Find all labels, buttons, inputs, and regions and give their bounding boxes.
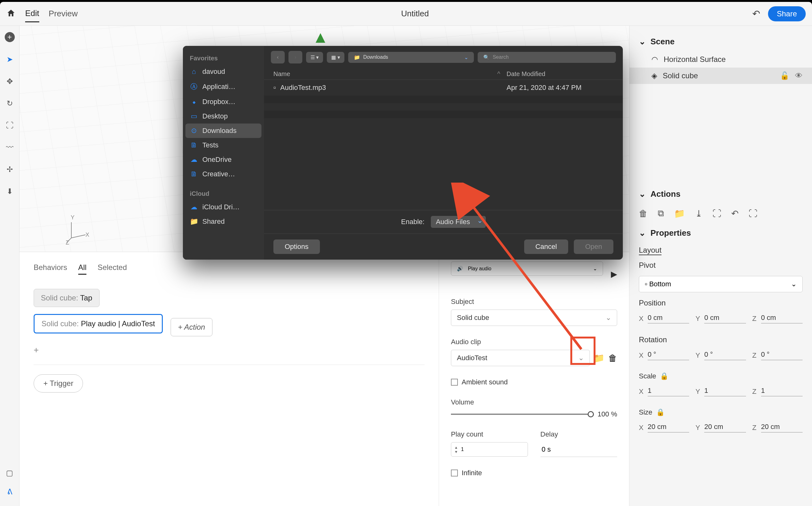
expand-icon[interactable]: ⛶ [748, 208, 757, 219]
sidebar-item-icloud-drive[interactable]: ☁iCloud Dri… [183, 200, 264, 214]
visibility-icon[interactable]: 👁 [795, 71, 803, 80]
archive-icon[interactable]: ▢ [5, 468, 14, 478]
scene-section-header[interactable]: ⌄ Scene [629, 32, 812, 51]
properties-section-header[interactable]: ⌄ Properties [629, 224, 812, 243]
sidebar-item-onedrive[interactable]: ☁OneDrive [183, 152, 264, 167]
behaviors-filter-all[interactable]: All [78, 263, 87, 275]
rotate-tool-icon[interactable]: ↻ [5, 99, 14, 108]
position-z-input[interactable]: 0 cm [761, 314, 803, 323]
sidebar-item-downloads[interactable]: ⊙Downloads [185, 123, 261, 138]
ambient-sound-checkbox[interactable]: Ambient sound [451, 378, 617, 386]
dialog-sidebar: Favorites ⌂davoud ⒶApplicati… ⬥Dropbox… … [183, 46, 264, 260]
rotation-label: Rotation [629, 332, 812, 347]
arrow-cross-icon[interactable]: ✢ [5, 165, 14, 174]
lock-icon[interactable]: 🔓 [780, 71, 789, 80]
column-name-header[interactable]: Name [273, 70, 498, 78]
size-z-input[interactable]: 20 cm [761, 423, 803, 432]
position-x-input[interactable]: 0 cm [648, 314, 689, 323]
back-button[interactable]: ‹ [271, 51, 285, 64]
search-icon: 🔍 [483, 54, 489, 60]
play-count-stepper[interactable]: ▴▾ 1 [451, 442, 528, 457]
scale-y-input[interactable]: 1 [704, 387, 746, 396]
sidebar-item-dropbox[interactable]: ⬥Dropbox… [183, 95, 264, 109]
rotation-x-input[interactable]: 0 ° [648, 350, 689, 360]
view-mode-grid[interactable]: ▦ ▾ [327, 52, 344, 63]
options-button[interactable]: Options [273, 240, 320, 254]
down-tool-icon[interactable]: ⬇ [5, 187, 14, 196]
chevron-down-icon: ⌄ [639, 189, 646, 199]
sidebar-item-applications[interactable]: ⒶApplicati… [183, 79, 264, 95]
view-mode-list[interactable]: ☰ ▾ [306, 52, 323, 63]
pivot-dropdown[interactable]: ▫ Bottom⌄ [639, 276, 803, 292]
infinite-checkbox[interactable]: Infinite [451, 469, 617, 477]
home-icon[interactable] [6, 8, 16, 19]
trigger-chip-tap[interactable]: Solid cube: Tap [33, 289, 100, 307]
rotation-y-input[interactable]: 0 ° [704, 350, 746, 360]
sidebar-item-desktop[interactable]: ▭Desktop [183, 109, 264, 123]
cube-icon: ◈ [651, 71, 657, 80]
reset-icon[interactable]: ↶ [731, 208, 738, 219]
enable-dropdown[interactable]: Audio Files [431, 216, 486, 228]
column-date-header[interactable]: Date Modified [507, 70, 613, 78]
action-type-dropdown[interactable]: 🔊 Play audio ⌄ [451, 261, 603, 276]
add-action-button[interactable]: + Action [171, 318, 212, 336]
share-button[interactable]: Share [768, 6, 806, 21]
position-y-input[interactable]: 0 cm [704, 314, 746, 323]
browse-folder-icon[interactable]: 📁 [594, 353, 605, 363]
layout-tab[interactable]: Layout [629, 243, 812, 258]
lock-icon[interactable]: 🔒 [656, 408, 664, 416]
forward-button[interactable]: › [288, 51, 302, 64]
delete-clip-icon[interactable]: 🗑 [608, 353, 617, 363]
path-dropdown[interactable]: 📁Downloads ⌄ [348, 52, 474, 63]
import-icon[interactable]: ⤓ [695, 208, 702, 219]
scene-item-surface[interactable]: ◠ Horizontal Surface [629, 51, 812, 68]
size-x-input[interactable]: 20 cm [648, 423, 689, 432]
scene-item-cube[interactable]: ◈ Solid cube 🔓 👁 [629, 68, 812, 84]
tab-preview[interactable]: Preview [49, 6, 78, 22]
scale-z-input[interactable]: 1 [761, 387, 803, 396]
sidebar-item-creative[interactable]: 🗎Creative… [183, 167, 264, 181]
delay-input[interactable]: 0 s [540, 442, 618, 457]
behaviors-filter-selected[interactable]: Selected [97, 263, 127, 275]
select-tool-icon[interactable]: ➤ [5, 55, 14, 64]
trash-icon[interactable]: 🗑 [639, 208, 648, 219]
cancel-button[interactable]: Cancel [524, 240, 568, 254]
sidebar-item-home[interactable]: ⌂davoud [183, 65, 264, 79]
volume-slider[interactable] [451, 414, 592, 415]
pivot-label: Pivot [629, 258, 812, 273]
file-open-dialog: Favorites ⌂davoud ⒶApplicati… ⬥Dropbox… … [183, 46, 623, 260]
speaker-icon: 🔊 [457, 266, 463, 271]
audio-clip-label: Audio clip [451, 338, 617, 346]
subject-dropdown[interactable]: Solid cube⌄ [451, 310, 617, 326]
file-list: ▫ AudioTest.mp3 Apr 21, 2020 at 4:47 PM [264, 80, 623, 210]
file-row[interactable]: ▫ AudioTest.mp3 Apr 21, 2020 at 4:47 PM [264, 80, 623, 95]
rotation-z-input[interactable]: 0 ° [761, 350, 803, 360]
scale-x-input[interactable]: 1 [648, 387, 689, 396]
sidebar-item-tests[interactable]: 🗎Tests [183, 138, 264, 152]
add-trigger-button[interactable]: + Trigger [33, 374, 83, 393]
sidebar-item-shared[interactable]: 📁Shared [183, 214, 264, 229]
curve-tool-icon[interactable]: 〰 [5, 143, 14, 152]
duplicate-icon[interactable]: ⧉ [658, 208, 664, 219]
action-detail-panel: 🔊 Play audio ⌄ ▶ Subject Solid cube⌄ [439, 252, 629, 506]
open-button[interactable]: Open [574, 240, 613, 254]
actions-section-header[interactable]: ⌄ Actions [629, 184, 812, 204]
enable-label: Enable: [401, 218, 425, 226]
crop-icon[interactable]: ⛶ [712, 208, 721, 219]
action-chip-play-audio[interactable]: Solid cube: Play audio | AudioTest [33, 314, 163, 333]
subject-label: Subject [451, 298, 617, 306]
add-object-icon[interactable]: + [5, 32, 15, 42]
tab-edit[interactable]: Edit [25, 5, 39, 22]
audio-clip-dropdown[interactable]: AudioTest⌄ [451, 350, 590, 366]
lock-icon[interactable]: 🔒 [660, 372, 668, 380]
move-tool-icon[interactable]: ✥ [5, 77, 14, 86]
size-y-input[interactable]: 20 cm [704, 423, 746, 432]
folder-icon[interactable]: 📁 [674, 208, 685, 219]
preview-play-icon[interactable]: ▶ [611, 269, 617, 279]
svg-line-1 [71, 235, 85, 238]
scale-tool-icon[interactable]: ⛶ [5, 121, 14, 130]
add-icon[interactable]: + [33, 345, 425, 355]
search-input[interactable]: 🔍 Search [478, 52, 616, 63]
undo-icon[interactable]: ↶ [752, 8, 760, 19]
run-icon[interactable]: ᕕ [5, 487, 14, 497]
